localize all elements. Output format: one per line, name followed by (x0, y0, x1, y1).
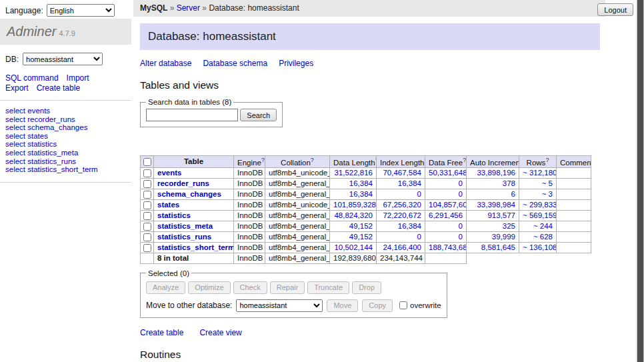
data-length-link[interactable]: 16,384 (349, 179, 373, 187)
row-checkbox[interactable] (143, 169, 151, 177)
search-input[interactable] (146, 109, 238, 121)
sidebar-link-export[interactable]: Export (5, 83, 29, 93)
action-link-privileges[interactable]: Privileges (279, 59, 313, 68)
search-button[interactable]: Search (240, 109, 277, 121)
rows-link[interactable]: ~ 136,108 (523, 243, 557, 251)
data-length-link[interactable]: 31,522,816 (334, 169, 373, 177)
auto-increment-link[interactable]: 8,581,645 (481, 243, 515, 251)
data-length-link[interactable]: 101,859,328 (333, 201, 376, 209)
row-checkbox[interactable] (143, 191, 151, 199)
action-link-database-schema[interactable]: Database schema (203, 59, 267, 68)
logout-button[interactable]: Logout (597, 3, 633, 16)
data-length-link[interactable]: 16,384 (349, 190, 373, 198)
table-link[interactable]: events (157, 169, 181, 177)
data-free-link[interactable]: 0 (459, 190, 463, 198)
table-link[interactable]: statistics_short_term (157, 243, 234, 251)
create-link-create-view[interactable]: Create view (199, 328, 241, 337)
row-checkbox[interactable] (143, 212, 151, 220)
table-select-link-select-statistics[interactable]: select statistics (5, 140, 57, 148)
row-checkbox[interactable] (143, 201, 151, 209)
auto-increment-link[interactable]: 378 (503, 179, 515, 187)
rows-link[interactable]: ~ 244 (533, 222, 553, 230)
table-select-link-select-recorder-runs[interactable]: select recorder_runs (5, 115, 75, 123)
table-link[interactable]: statistics_meta (157, 222, 213, 230)
language-select[interactable]: English (47, 4, 115, 17)
index-length-link[interactable]: 0 (417, 233, 421, 241)
app-name[interactable]: Adminer (7, 24, 56, 39)
data-free-link[interactable]: 188,743,680 (429, 243, 467, 251)
table-select-link-select-statistics-short-term[interactable]: select statistics_short_term (5, 165, 98, 173)
column-help-icon[interactable]: ? (311, 157, 314, 163)
data-length-link[interactable]: 49,152 (349, 222, 373, 230)
table-link[interactable]: states (157, 201, 179, 209)
breadcrumb-server[interactable]: Server (177, 3, 200, 13)
index-length-link[interactable]: 72,220,672 (383, 211, 421, 219)
db-select[interactable]: homeassistant (23, 53, 103, 65)
column-help-icon[interactable]: ? (261, 157, 265, 163)
tables-header-row: TableEngine?Collation?Data Length?Index … (141, 156, 591, 168)
table-select-link-select-statistics-runs[interactable]: select statistics_runs (5, 157, 76, 165)
sidebar-link-sql-command[interactable]: SQL command (5, 73, 59, 83)
index-length-link[interactable]: 0 (417, 190, 421, 198)
index-length-link[interactable]: 67,256,320 (383, 201, 421, 209)
rows-link[interactable]: ~ 569,159 (523, 211, 557, 219)
sidebar-link-import[interactable]: Import (67, 73, 89, 83)
rows-link[interactable]: ~ 628 (533, 233, 553, 241)
index-length-link[interactable]: 16,384 (398, 179, 421, 187)
index-length-link[interactable]: 70,467,584 (383, 169, 421, 177)
table-link[interactable]: statistics (157, 211, 191, 219)
data-free-link[interactable]: 6,291,456 (429, 211, 463, 219)
scrollbar[interactable] (637, 0, 644, 362)
row-checkbox[interactable] (143, 180, 151, 188)
bulk-repair-button[interactable]: Repair (270, 281, 305, 294)
copy-button[interactable]: Copy (362, 299, 393, 312)
index-length-link[interactable]: 24,166,400 (383, 243, 421, 251)
move-button[interactable]: Move (327, 299, 358, 312)
table-link[interactable]: statistics_runs (157, 233, 211, 241)
rows-link[interactable]: ~ 3 (542, 190, 553, 198)
rows-link[interactable]: ~ 5 (542, 179, 553, 187)
overwrite-checkbox[interactable] (399, 301, 407, 309)
data-free-link[interactable]: 0 (459, 222, 463, 230)
table-select-link-select-events[interactable]: select events (5, 107, 50, 115)
bulk-optimize-button[interactable]: Optimize (188, 281, 230, 294)
sidebar-link-create-table[interactable]: Create table (37, 83, 80, 93)
data-free-link[interactable]: 50,331,648 (429, 169, 467, 177)
bulk-drop-button[interactable]: Drop (352, 281, 381, 294)
row-checkbox[interactable] (143, 223, 151, 231)
bulk-truncate-button[interactable]: Truncate (307, 281, 349, 294)
table-link[interactable]: schema_changes (157, 190, 221, 198)
auto-increment-link[interactable]: 325 (503, 222, 515, 230)
rows-link[interactable]: ~ 299,833 (523, 201, 557, 209)
data-free-link[interactable]: 104,857,600 (429, 201, 467, 209)
table-select-link-select-states[interactable]: select states (5, 132, 48, 140)
auto-increment-link[interactable]: 913,577 (487, 211, 515, 219)
bulk-analyze-button[interactable]: Analyze (146, 281, 185, 294)
action-link-alter-database[interactable]: Alter database (140, 59, 191, 68)
table-footer-row: 8 in totalInnoDButf8mb4_general_ci192,83… (141, 253, 591, 263)
table-select-link-select-schema-changes[interactable]: select schema_changes (5, 123, 87, 131)
data-free-link[interactable]: 0 (459, 179, 463, 187)
bulk-check-button[interactable]: Check (233, 281, 267, 294)
create-link-create-table[interactable]: Create table (140, 328, 183, 337)
data-length-link[interactable]: 10,502,144 (334, 243, 373, 251)
data-length-link[interactable]: 48,824,320 (334, 211, 373, 219)
row-checkbox[interactable] (143, 244, 151, 252)
auto-increment-link[interactable]: 6 (511, 190, 515, 198)
select-all-checkbox[interactable] (143, 158, 151, 166)
move-db-select[interactable]: homeassistant (236, 299, 323, 312)
auto-increment-link[interactable]: 33,398,984 (477, 201, 515, 209)
scrollbar-thumb[interactable] (637, 0, 643, 362)
table-select-link-select-statistics-meta[interactable]: select statistics_meta (5, 149, 78, 157)
data-length-link[interactable]: 49,152 (349, 233, 373, 241)
rows-link[interactable]: ~ 312,180 (523, 169, 557, 177)
breadcrumb-mysql[interactable]: MySQL (140, 3, 167, 13)
auto-increment-link[interactable]: 39,999 (492, 233, 515, 241)
index-length-link[interactable]: 16,384 (398, 222, 421, 230)
column-help-icon[interactable]: ? (463, 157, 466, 163)
data-free-link[interactable]: 0 (459, 233, 463, 241)
column-help-icon[interactable]: ? (545, 157, 549, 163)
row-checkbox[interactable] (143, 233, 151, 241)
table-link[interactable]: recorder_runs (157, 179, 209, 187)
auto-increment-link[interactable]: 33,898,196 (477, 169, 515, 177)
